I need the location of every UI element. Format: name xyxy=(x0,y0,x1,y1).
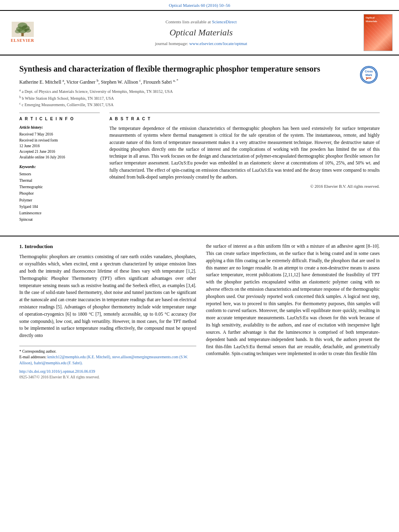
svg-text:Mark: Mark xyxy=(365,74,372,76)
keyword-sylgard: Sylgard 184 xyxy=(19,203,100,210)
email-label: E-mail addresses: xyxy=(19,355,46,359)
abstract-text: The temperature dependence of the emissi… xyxy=(109,125,380,181)
affiliation-c: c c Emerging Measurements, Collierville,… xyxy=(19,101,380,108)
revised-label: Received in revised form xyxy=(19,138,100,143)
issn-line: 0925-3467/© 2016 Elsevier B.V. All right… xyxy=(19,374,196,380)
affiliation-b: b b White Station High School, Memphis, … xyxy=(19,95,380,101)
intro-para2: the surface of interest as a thin unifor… xyxy=(206,243,380,357)
journal-header-left: ELSEVIER xyxy=(6,22,39,44)
footnotes: * Corresponding author. E-mail addresses… xyxy=(19,346,196,380)
keyword-phosphor: Phosphor xyxy=(19,190,100,197)
crossmark-icon: Cross Mark xyxy=(360,66,378,84)
article-title: Synthesis and characterization of flexib… xyxy=(19,64,380,74)
intro-section-title: 1. Introduction xyxy=(19,243,196,250)
elsevier-logo: ELSEVIER xyxy=(6,22,39,44)
abstract-section: A B S T R A C T The temperature dependen… xyxy=(109,113,380,190)
affiliations: a a Dept. of Physics and Materials Scien… xyxy=(19,88,380,108)
corresponding-note: * Corresponding author. xyxy=(19,349,196,354)
main-col-right: the surface of interest as a thin unifor… xyxy=(206,243,380,380)
svg-text:Cross: Cross xyxy=(365,70,373,73)
keyword-polymer: Polymer xyxy=(19,197,100,203)
authors-line: Katherine E. Mitchell a, Victor Gardner … xyxy=(19,78,380,86)
doi-link[interactable]: http://dx.doi.org/10.1016/j.optmat.2016.… xyxy=(19,369,95,374)
journal-header: ELSEVIER Contents lists available at Sci… xyxy=(0,10,399,55)
homepage-link[interactable]: www.elsevier.com/locate/optmat xyxy=(189,41,247,46)
journal-reference: Optical Materials 60 (2016) 50–56 xyxy=(169,3,230,8)
affiliation-a: a a Dept. of Physics and Materials Scien… xyxy=(19,88,380,94)
article-history: Article history: Received 7 May 2016 Rec… xyxy=(19,125,100,160)
svg-rect-5 xyxy=(21,33,24,36)
main-content: 1. Introduction Thermographic phosphors … xyxy=(0,236,399,388)
contents-line: Contents lists available at ScienceDirec… xyxy=(39,19,364,25)
keyword-spincoat: Spincoat xyxy=(19,216,100,223)
article-container: Synthesis and characterization of flexib… xyxy=(0,55,399,236)
journal-center: Contents lists available at ScienceDirec… xyxy=(39,19,364,47)
article-info-section: A R T I C L E I N F O Article history: R… xyxy=(19,113,100,223)
keyword-thermal: Thermal xyxy=(19,177,100,184)
crossmark[interactable]: Cross Mark xyxy=(358,64,380,86)
article-info-col: A R T I C L E I N F O Article history: R… xyxy=(19,113,100,228)
abstract-heading: A B S T R A C T xyxy=(109,116,380,122)
keyword-sensors: Sensors xyxy=(19,171,100,177)
elsevier-brand-text: ELSEVIER xyxy=(11,38,35,43)
svg-point-7 xyxy=(25,29,31,33)
keywords-section: Keywords: Sensors Thermal Thermographic … xyxy=(19,164,100,223)
keyword-luminescence: Luminescence xyxy=(19,210,100,216)
article-info-heading: A R T I C L E I N F O xyxy=(19,116,100,122)
email-note: E-mail addresses: kmitch12@memphis.edu (… xyxy=(19,354,196,366)
svg-point-6 xyxy=(15,29,21,33)
received-date: Received 7 May 2016 xyxy=(19,131,100,137)
homepage-line: journal homepage: www.elsevier.com/locat… xyxy=(39,41,364,47)
accepted-date: Accepted 21 June 2016 xyxy=(19,149,100,154)
sciencedirect-link[interactable]: ScienceDirect xyxy=(212,19,237,24)
intro-para1: Thermographic phosphors are ceramics con… xyxy=(19,253,196,339)
article-info-abstract: A R T I C L E I N F O Article history: R… xyxy=(19,113,380,228)
revised-date: 12 June 2016 xyxy=(19,143,100,149)
abstract-col: A B S T R A C T The temperature dependen… xyxy=(109,113,380,228)
available-date: Available online 16 July 2016 xyxy=(19,154,100,160)
journal-title: Optical Materials xyxy=(39,27,364,39)
elsevier-tree-image xyxy=(12,22,34,37)
doi-line: http://dx.doi.org/10.1016/j.optmat.2016.… xyxy=(19,368,196,374)
journal-cover xyxy=(364,14,393,51)
keyword-thermographic: Thermographic xyxy=(19,184,100,190)
journal-cover-inner xyxy=(366,16,391,49)
keywords-label: Keywords: xyxy=(19,164,100,170)
history-label: Article history: xyxy=(19,125,100,130)
top-bar: Optical Materials 60 (2016) 50–56 xyxy=(0,0,399,10)
copyright-line: © 2016 Elsevier B.V. All rights reserved… xyxy=(109,184,380,190)
main-col-left: 1. Introduction Thermographic phosphors … xyxy=(19,243,196,380)
